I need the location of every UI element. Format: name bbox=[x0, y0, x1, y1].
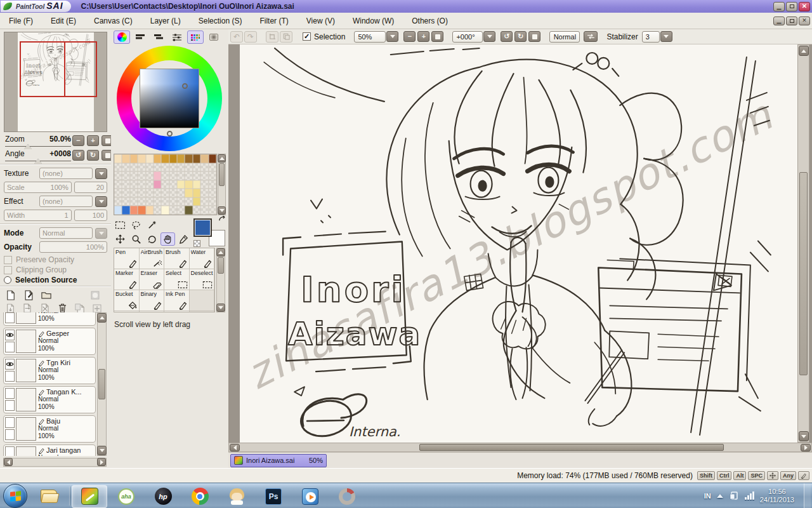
swatch[interactable] bbox=[146, 154, 154, 163]
view-rotate-cw-button[interactable]: ↻ bbox=[514, 31, 527, 42]
view-angle-dropdown[interactable] bbox=[483, 31, 495, 42]
swatch[interactable] bbox=[146, 171, 154, 180]
texture-scale2-slider[interactable]: 20 bbox=[74, 182, 107, 193]
swatch[interactable] bbox=[209, 154, 216, 163]
swatch[interactable] bbox=[130, 189, 138, 197]
swatch[interactable] bbox=[185, 154, 192, 163]
scroll-up-button[interactable] bbox=[216, 248, 225, 257]
title-bar[interactable]: PaintTool SAI C:\Users\User\Contacts\Des… bbox=[0, 0, 812, 13]
scroll-left-button[interactable] bbox=[4, 458, 13, 466]
swatch[interactable] bbox=[161, 154, 169, 163]
scratchpad-tab[interactable] bbox=[206, 30, 222, 44]
scroll-right-button[interactable] bbox=[801, 444, 811, 451]
selection-crop-button[interactable] bbox=[266, 31, 278, 43]
transparent-color-swatch[interactable] bbox=[193, 240, 200, 247]
scroll-down-button[interactable] bbox=[218, 206, 226, 215]
menu-edit[interactable]: Edit (E) bbox=[42, 17, 85, 25]
preserve-opacity-checkbox[interactable] bbox=[4, 256, 12, 264]
scroll-down-button[interactable] bbox=[216, 304, 225, 312]
swatch[interactable] bbox=[209, 197, 216, 206]
tool-deselect[interactable]: Deselect bbox=[190, 269, 215, 290]
menu-window[interactable]: Window (W) bbox=[344, 17, 403, 25]
doc-minimize-button[interactable]: ▁ bbox=[773, 17, 785, 25]
layer-visibility-toggle[interactable] bbox=[5, 417, 15, 428]
texture-select[interactable]: (none) bbox=[39, 168, 93, 179]
swatch[interactable] bbox=[154, 154, 161, 163]
swatch[interactable] bbox=[177, 154, 185, 163]
swatch[interactable] bbox=[169, 180, 177, 189]
mode-dropdown-button[interactable] bbox=[95, 228, 107, 239]
tool-empty-slot[interactable] bbox=[190, 311, 215, 312]
swatch[interactable] bbox=[161, 189, 169, 197]
swatch[interactable] bbox=[146, 197, 154, 206]
swatch[interactable] bbox=[130, 163, 138, 172]
rotate-cw-button[interactable]: ↻ bbox=[87, 150, 99, 161]
menu-canvas[interactable]: Canvas (C) bbox=[85, 17, 141, 25]
effect-select[interactable]: (none) bbox=[39, 196, 93, 207]
swatch[interactable] bbox=[130, 197, 138, 206]
language-indicator[interactable]: IN bbox=[704, 492, 711, 500]
flip-view-button[interactable] bbox=[584, 31, 598, 42]
mixer-slider-tab[interactable] bbox=[169, 30, 185, 44]
action-center-icon[interactable] bbox=[729, 491, 739, 501]
swatch[interactable] bbox=[122, 163, 129, 172]
swatch[interactable] bbox=[138, 163, 145, 172]
swatch[interactable] bbox=[161, 206, 169, 215]
swatch[interactable] bbox=[122, 180, 129, 189]
redo-button[interactable]: ↷ bbox=[244, 31, 257, 43]
swatch[interactable] bbox=[169, 171, 177, 180]
swatch[interactable] bbox=[154, 163, 161, 172]
swatch[interactable] bbox=[138, 180, 145, 189]
tool-inkpen[interactable]: Ink Pen bbox=[164, 290, 190, 311]
scrollbar-thumb[interactable] bbox=[219, 163, 225, 186]
swatch[interactable] bbox=[200, 163, 208, 172]
swatch[interactable] bbox=[185, 197, 192, 206]
layer-list-scrollbar[interactable] bbox=[97, 312, 107, 456]
swatch[interactable] bbox=[185, 163, 192, 172]
scroll-up-button[interactable] bbox=[799, 46, 809, 56]
swatch[interactable] bbox=[122, 171, 129, 180]
tool-select[interactable]: Select bbox=[164, 269, 190, 290]
swatch[interactable] bbox=[161, 171, 169, 180]
view-zoom-in-button[interactable]: + bbox=[417, 31, 429, 42]
swatch[interactable] bbox=[161, 197, 169, 206]
swatch[interactable] bbox=[138, 154, 145, 163]
swatch[interactable] bbox=[154, 189, 161, 197]
undo-button[interactable]: ↶ bbox=[230, 31, 243, 43]
layer-row[interactable]: Jari tangan Normal 100% bbox=[3, 444, 96, 456]
swatch[interactable] bbox=[169, 197, 177, 206]
mode-select[interactable]: Normal bbox=[39, 227, 93, 239]
swatch-scrollbar[interactable] bbox=[218, 154, 226, 215]
canvas-hscrollbar[interactable] bbox=[228, 443, 812, 452]
swatch[interactable] bbox=[169, 154, 177, 163]
selection-visible-checkbox[interactable]: ✓ bbox=[303, 32, 311, 41]
swatch[interactable] bbox=[185, 180, 192, 189]
taskbar-explorer-button[interactable] bbox=[32, 485, 67, 508]
stabilizer-select[interactable]: 3 bbox=[642, 31, 660, 43]
swatch[interactable] bbox=[169, 163, 177, 172]
view-zoom-reset-button[interactable] bbox=[431, 31, 443, 42]
swatch[interactable] bbox=[130, 206, 138, 215]
swatch[interactable] bbox=[209, 206, 216, 215]
swatch[interactable] bbox=[114, 189, 122, 197]
swatch[interactable] bbox=[122, 189, 129, 197]
layer-select-toggle[interactable] bbox=[5, 371, 15, 382]
swatch[interactable] bbox=[146, 163, 154, 172]
taskbar-sai-button[interactable] bbox=[72, 485, 107, 508]
swatch[interactable] bbox=[130, 154, 138, 163]
tool-bucket[interactable]: Bucket bbox=[114, 290, 140, 311]
swatch[interactable] bbox=[154, 197, 161, 206]
layer-row[interactable]: Tgn Kiri Normal 100% bbox=[3, 357, 96, 384]
opacity-slider[interactable]: 100% bbox=[39, 241, 107, 253]
swatch[interactable] bbox=[114, 197, 122, 206]
swatch[interactable] bbox=[130, 171, 138, 180]
swatch[interactable] bbox=[185, 206, 192, 215]
tool-pen[interactable]: Pen bbox=[114, 248, 140, 269]
view-angle-select[interactable]: +000° bbox=[452, 31, 483, 43]
swatch[interactable] bbox=[161, 163, 169, 172]
layer-visibility-toggle[interactable] bbox=[5, 330, 15, 340]
rotate-ccw-button[interactable]: ↺ bbox=[72, 150, 84, 161]
show-desktop-button[interactable] bbox=[804, 483, 811, 508]
layer-row[interactable]: Normal 100% bbox=[3, 312, 96, 326]
tool-oilwater[interactable]: Oil Wate bbox=[164, 311, 190, 312]
